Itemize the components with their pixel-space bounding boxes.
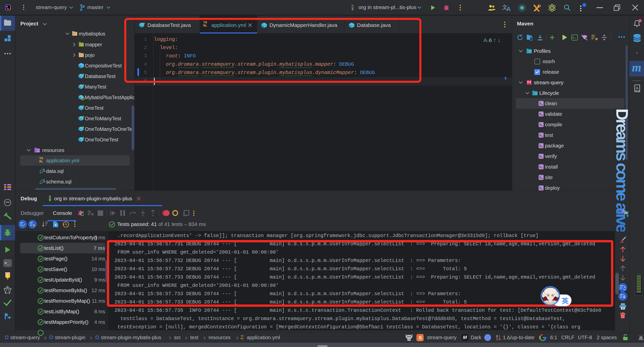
svg-text:A: A bbox=[636, 86, 638, 90]
